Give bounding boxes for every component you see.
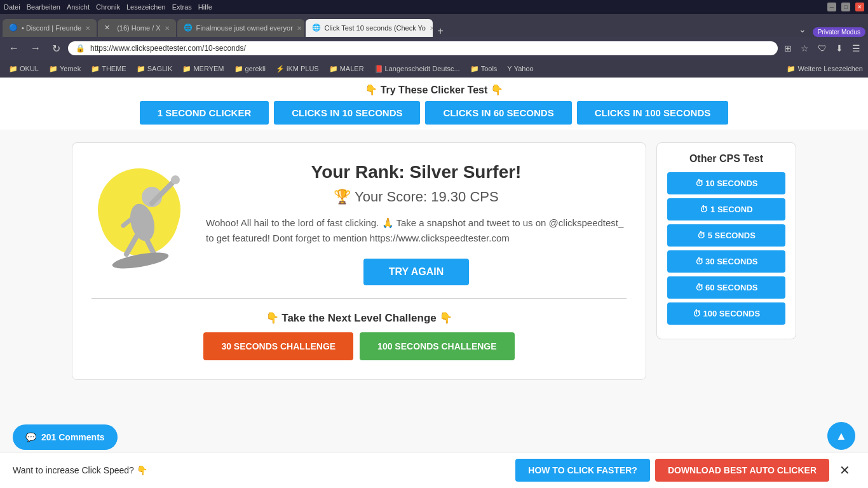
try-again-button[interactable]: TRY AGAIN	[363, 259, 470, 285]
btn-1-second-clicker[interactable]: 1 SECOND CLICKER	[140, 101, 269, 125]
bookmark-okul[interactable]: 📁 OKUL	[5, 64, 43, 74]
bookmark-langenscheidt[interactable]: 📕 Langenscheidt Deutsc...	[370, 64, 464, 74]
menu-extras[interactable]: Extras	[172, 3, 192, 11]
bookmark-meryem[interactable]: 📁 MERYEM	[179, 64, 227, 74]
tab-bar: 🔵 • Discord | Freunde ✕ ✕ (16) Home / X …	[0, 14, 868, 37]
header-emoji-right: 👇	[491, 85, 503, 95]
bookmark-yahoo[interactable]: Y Yahoo	[503, 64, 537, 74]
tab-clicktest[interactable]: 🌐 Click Test 10 seconds (Check Yo ✕	[306, 19, 433, 37]
score-value: Your Score: 19.30 CPS	[355, 189, 499, 205]
more-bookmarks[interactable]: 📁 Weitere Lesezeichen	[787, 65, 863, 73]
comments-fab-button[interactable]: 💬 201 Comments	[13, 424, 118, 450]
comments-icon: 💬	[25, 432, 36, 442]
sidebar-10-seconds[interactable]: ⏱ 10 SECONDS	[667, 172, 785, 194]
bookmark-ikm[interactable]: ⚡ iKM PLUS	[272, 64, 323, 74]
next-level-title-text: Take the Next Level Challenge	[281, 312, 436, 324]
surfer-image-area	[92, 162, 193, 279]
bookmark-saglik[interactable]: 📁 SAGLIK	[133, 64, 177, 74]
sidebar-5-seconds[interactable]: ⏱ 5 SECONDS	[667, 224, 785, 247]
result-content: Your Rank: Silver Surfer! 🏆 Your Score: …	[92, 162, 627, 285]
twitter-favicon: ✕	[104, 24, 113, 32]
menu-bearbeiten[interactable]: Bearbeiten	[27, 3, 60, 11]
sidebar-1-second[interactable]: ⏱ 1 SECOND	[667, 198, 785, 220]
close-window-button[interactable]: ✕	[855, 3, 864, 11]
tab-clicktest-label: Click Test 10 seconds (Check Yo	[325, 24, 426, 32]
back-button[interactable]: ←	[5, 41, 23, 55]
bookmark-yemek[interactable]: 📁 Yemek	[45, 64, 85, 74]
minimize-button[interactable]: ─	[827, 3, 836, 11]
result-rank-text: Your Rank: Silver Surfer!	[206, 162, 627, 182]
private-mode-badge: Privater Modus	[813, 27, 865, 37]
clicker-nav-buttons: 1 SECOND CLICKER CLICKS IN 10 SECONDS CL…	[0, 101, 868, 125]
title-bar-menus: Datei Bearbeiten Ansicht Chronik Lesezei…	[4, 3, 212, 11]
btn-100-seconds[interactable]: CLICKS IN 100 SECONDS	[577, 101, 729, 125]
menu-lesezeichen[interactable]: Lesezeichen	[126, 3, 166, 11]
finalmouse-favicon: 🌐	[184, 24, 193, 32]
url-text: https://www.clickspeedtester.com/10-seco…	[90, 44, 770, 53]
result-divider	[92, 298, 627, 299]
window-controls: ─ □ ✕	[827, 3, 864, 11]
tab-overflow-button[interactable]: ⌄	[794, 22, 811, 37]
forward-button[interactable]: →	[27, 41, 44, 55]
scroll-to-top-button[interactable]: ▲	[827, 422, 855, 450]
shield-icon[interactable]: 🛡	[815, 42, 829, 55]
comments-count: 201 Comments	[41, 432, 105, 442]
sidebar-30-seconds[interactable]: ⏱ 30 SECONDS	[667, 250, 785, 273]
download-icon[interactable]: ⬇	[833, 42, 846, 55]
bookmark-tools[interactable]: 📁 Tools	[466, 64, 501, 74]
100-seconds-challenge-button[interactable]: 100 SECONDS CHALLENGE	[360, 332, 514, 360]
result-score-text: 🏆 Your Score: 19.30 CPS	[206, 189, 627, 205]
bookmarks-bar: 📁 OKUL 📁 Yemek 📁 THEME 📁 SAGLIK 📁 MERYEM…	[0, 60, 868, 78]
clicker-header-section: 👇 Try These Clicker Test 👇 1 SECOND CLIC…	[0, 78, 868, 130]
menu-hilfe[interactable]: Hilfe	[198, 3, 212, 11]
tab-discord-label: • Discord | Freunde	[22, 24, 81, 32]
bookmark-gerekli[interactable]: 📁 gerekli	[231, 64, 269, 74]
menu-chronik[interactable]: Chronik	[96, 3, 120, 11]
clicker-header-title: 👇 Try These Clicker Test 👇	[0, 84, 868, 96]
result-info: Your Rank: Silver Surfer! 🏆 Your Score: …	[206, 162, 627, 285]
star-bookmark-icon[interactable]: ☆	[798, 42, 811, 55]
tab-clicktest-close[interactable]: ✕	[430, 25, 433, 32]
main-area: Your Rank: Silver Surfer! 🏆 Your Score: …	[53, 130, 815, 393]
bookmark-theme[interactable]: 📁 THEME	[87, 64, 130, 74]
result-card: Your Rank: Silver Surfer! 🏆 Your Score: …	[72, 142, 646, 380]
new-tab-button[interactable]: +	[434, 25, 447, 37]
tab-finalmouse-close[interactable]: ✕	[297, 25, 302, 32]
surfer-figure	[92, 162, 193, 276]
header-emoji-left: 👇	[365, 85, 377, 95]
tab-twitter[interactable]: ✕ (16) Home / X ✕	[98, 19, 175, 37]
bookmark-manager-icon[interactable]: ⊞	[782, 42, 794, 55]
reload-button[interactable]: ↻	[48, 41, 64, 56]
sidebar-100-seconds[interactable]: ⏱ 100 SECONDS	[667, 302, 785, 325]
next-level-title: 👇 Take the Next Level Challenge 👇	[92, 311, 627, 325]
menu-icon[interactable]: ☰	[850, 42, 863, 55]
sidebar: Other CPS Test ⏱ 10 SECONDS ⏱ 1 SECOND ⏱…	[656, 142, 796, 380]
tab-finalmouse-label: Finalmouse just owned everyor	[196, 24, 293, 32]
btn-10-seconds[interactable]: CLICKS IN 10 SECONDS	[274, 101, 420, 125]
silver-surfer-image	[92, 162, 193, 276]
nav-bar: ← → ↻ 🔒 https://www.clickspeedtester.com…	[0, 37, 868, 60]
result-message: Wohoo! All hail to the lord of fast clic…	[206, 215, 627, 246]
tab-twitter-label: (16) Home / X	[117, 24, 160, 32]
30-seconds-challenge-button[interactable]: 30 SECONDS CHALLENGE	[203, 332, 353, 360]
page-content: 👇 Try These Clicker Test 👇 1 SECOND CLIC…	[0, 78, 868, 452]
address-bar[interactable]: 🔒 https://www.clickspeedtester.com/10-se…	[68, 41, 778, 55]
tab-list: 🔵 • Discord | Freunde ✕ ✕ (16) Home / X …	[3, 19, 792, 37]
sidebar-60-seconds[interactable]: ⏱ 60 SECONDS	[667, 276, 785, 299]
tab-discord-close[interactable]: ✕	[85, 25, 90, 32]
menu-ansicht[interactable]: Ansicht	[67, 3, 90, 11]
header-title-text: Try These Clicker Test	[381, 85, 488, 95]
bookmark-maler[interactable]: 📁 MALER	[325, 64, 368, 74]
lock-icon: 🔒	[76, 44, 85, 53]
tab-discord[interactable]: 🔵 • Discord | Freunde ✕	[3, 19, 97, 37]
menu-datei[interactable]: Datei	[4, 3, 20, 11]
btn-60-seconds[interactable]: CLICKS IN 60 SECONDS	[425, 101, 571, 125]
discord-favicon: 🔵	[9, 24, 18, 32]
maximize-button[interactable]: □	[841, 3, 850, 11]
tab-finalmouse[interactable]: 🌐 Finalmouse just owned everyor ✕	[177, 19, 304, 37]
sidebar-title: Other CPS Test	[667, 153, 785, 165]
nav-icons: ⊞ ☆ 🛡 ⬇ ☰	[782, 42, 863, 55]
svg-point-4	[171, 175, 180, 184]
tab-twitter-close[interactable]: ✕	[165, 25, 170, 32]
score-emoji: 🏆	[334, 189, 351, 205]
